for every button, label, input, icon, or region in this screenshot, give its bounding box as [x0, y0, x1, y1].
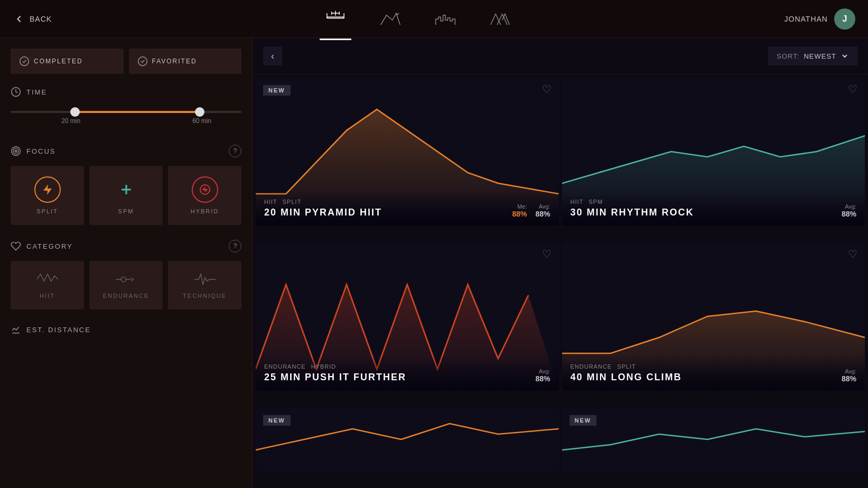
nav-mountain[interactable] — [379, 7, 402, 31]
completed-check-icon — [19, 56, 30, 67]
nav-peaks[interactable] — [489, 7, 512, 31]
me-stat-1: Me: 88% — [512, 203, 527, 218]
completed-label: COMPLETED — [34, 58, 83, 65]
category-section-header: CATEGORY ? — [11, 240, 241, 252]
nav-city[interactable] — [434, 7, 457, 31]
tag-hiit-1: HIIT — [264, 199, 277, 205]
avg-value-1: 88% — [535, 210, 550, 218]
workout-bottom-3: ENDURANCE HYBRID 25 MIN PUSH IT FURTHER … — [264, 363, 550, 383]
category-title: CATEGORY — [26, 242, 73, 250]
workout-card-6[interactable]: NEW — [562, 408, 865, 471]
hiit-wave-icon — [37, 271, 58, 287]
svg-point-10 — [12, 147, 21, 156]
user-avatar[interactable]: J — [834, 8, 855, 30]
focus-section-header: FOCUS ? — [11, 145, 241, 157]
svg-point-8 — [138, 57, 147, 66]
slider-labels: 20 min 60 min — [11, 117, 241, 125]
workout-card-1[interactable]: NEW ♡ HIIT SPLIT 20 MIN PYRAMID HIIT — [256, 78, 559, 226]
svg-point-11 — [13, 148, 18, 154]
nav-icons — [324, 7, 512, 31]
workout-info-3: ENDURANCE HYBRID 25 MIN PUSH IT FURTHER — [264, 363, 535, 383]
slider-min-label: 20 min — [61, 117, 80, 125]
avg-label-3: Avg: — [535, 368, 550, 374]
est-distance-title: EST. DISTANCE — [26, 326, 91, 334]
workout-info-2: HIIT SPM 30 MIN RHYTHM ROCK — [571, 199, 842, 218]
category-section-title-area: CATEGORY — [11, 241, 73, 251]
heart-button-1[interactable]: ♡ — [542, 83, 552, 96]
tag-endurance-4: ENDURANCE — [571, 363, 612, 370]
category-cards-grid: HIIT ENDURANCE TE — [11, 261, 241, 309]
favorited-check-icon — [137, 56, 148, 67]
sort-value: NEWEST — [804, 52, 836, 60]
time-section-title-area: TIME — [11, 87, 47, 97]
tag-hybrid-3: HYBRID — [311, 363, 337, 370]
focus-title: FOCUS — [26, 147, 56, 155]
slider-thumb-left[interactable] — [70, 107, 80, 117]
workout-title-1: 20 MIN PYRAMID HIIT — [264, 207, 512, 218]
slider-fill — [75, 111, 200, 113]
favorited-filter-button[interactable]: FAVORITED — [129, 49, 242, 74]
workout-card-4[interactable]: ♡ ENDURANCE SPLIT 40 MIN LONG CLIMB — [562, 242, 865, 390]
category-help-button[interactable]: ? — [229, 240, 241, 252]
time-section-header: TIME — [11, 87, 241, 97]
hybrid-icon-area — [192, 176, 218, 203]
back-button[interactable]: BACK — [13, 13, 52, 25]
category-card-endurance[interactable]: ENDURANCE — [89, 261, 163, 309]
category-card-hiit[interactable]: HIIT — [11, 261, 84, 309]
workout-tags-1: HIIT SPLIT — [264, 199, 512, 205]
avg-label-2: Avg: — [842, 203, 856, 210]
distance-icon — [11, 324, 21, 335]
focus-card-split[interactable]: SPLIT — [11, 166, 84, 225]
workout-title-2: 30 MIN RHYTHM ROCK — [571, 207, 842, 218]
content-area: ‹ SORT: NEWEST — [253, 38, 868, 488]
spm-plus-icon — [118, 182, 134, 198]
category-card-technique[interactable]: TECHNIQUE — [168, 261, 241, 309]
workout-title-3: 25 MIN PUSH IT FURTHER — [264, 372, 535, 383]
heart-button-4[interactable]: ♡ — [848, 248, 857, 260]
tag-hiit-2: HIIT — [571, 199, 584, 205]
category-section: CATEGORY ? HIIT — [11, 240, 241, 309]
svg-point-19 — [121, 277, 126, 281]
user-name: JONATHAN — [785, 15, 828, 23]
time-slider[interactable]: 20 min 60 min — [11, 106, 241, 130]
heart-button-2[interactable]: ♡ — [848, 83, 857, 96]
tag-endurance-3: ENDURANCE — [264, 363, 306, 370]
workout-stats-2: Avg: 88% — [842, 203, 856, 218]
workout-card-overlay-1: HIIT SPLIT 20 MIN PYRAMID HIIT Me: 88% — [256, 191, 559, 226]
hybrid-label: HYBRID — [191, 208, 219, 214]
svg-point-12 — [15, 150, 16, 152]
sort-label: SORT: — [777, 52, 799, 60]
top-nav: BACK — [0, 0, 868, 38]
slider-thumb-right[interactable] — [195, 107, 204, 117]
nav-rowing[interactable] — [324, 7, 347, 31]
spm-icon-area — [113, 176, 139, 203]
avg-stat-2: Avg: 88% — [842, 203, 856, 218]
workout-card-2[interactable]: ♡ HIIT SPM 30 MIN RHYTHM ROCK Avg: — [562, 78, 865, 226]
back-arrow-icon — [13, 13, 25, 25]
focus-section-title-area: FOCUS — [11, 146, 56, 156]
spm-label: SPM — [118, 208, 134, 214]
technique-pulse-icon — [194, 271, 216, 287]
main-layout: COMPLETED FAVORITED TIME — [0, 38, 868, 488]
heart-button-3[interactable]: ♡ — [542, 248, 552, 260]
user-area: JONATHAN J — [785, 8, 855, 30]
content-back-button[interactable]: ‹ — [263, 46, 282, 65]
workout-card-3[interactable]: ♡ ENDURANCE HYBRID 25 MIN PUSH IT FURTHE… — [256, 242, 559, 390]
workout-tags-3: ENDURANCE HYBRID — [264, 363, 535, 370]
heart-icon — [11, 241, 21, 251]
workout-card-5[interactable]: NEW — [256, 408, 559, 471]
sort-control[interactable]: SORT: NEWEST — [768, 46, 857, 65]
focus-card-hybrid[interactable]: HYBRID — [168, 166, 241, 225]
workout-stats-3: Avg: 88% — [535, 368, 550, 383]
focus-section: FOCUS ? SPLIT — [11, 145, 241, 225]
me-label-1: Me: — [512, 203, 527, 210]
completed-filter-button[interactable]: COMPLETED — [11, 49, 124, 74]
workout-title-4: 40 MIN LONG CLIMB — [571, 372, 842, 383]
focus-help-button[interactable]: ? — [229, 145, 241, 157]
new-badge-1: NEW — [263, 85, 291, 96]
slider-track — [11, 111, 241, 113]
focus-card-spm[interactable]: SPM — [89, 166, 163, 225]
target-icon — [11, 146, 21, 156]
new-badge-6: NEW — [570, 415, 597, 426]
workout-card-overlay-4: ENDURANCE SPLIT 40 MIN LONG CLIMB Avg: 8… — [562, 356, 865, 390]
